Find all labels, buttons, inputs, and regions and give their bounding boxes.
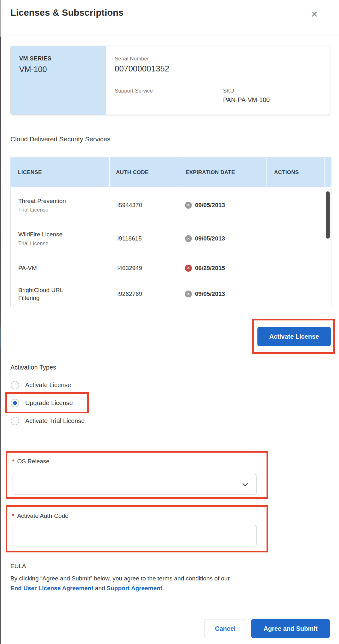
series-label: VM SERIES — [19, 55, 52, 62]
radio-circle[interactable] — [11, 399, 19, 407]
eula-label: EULA — [10, 563, 26, 570]
serial-number-label: Serial Number — [115, 56, 149, 62]
device-series-panel: VM SERIES VM-100 — [11, 46, 106, 115]
radio-option-activate-license[interactable]: Activate License — [11, 381, 71, 389]
expired-status-icon: ✕ — [185, 202, 192, 209]
radio-option-upgrade-license[interactable]: Upgrade License — [11, 399, 73, 407]
table-body: Threat Prevention Trial License I5944370… — [10, 188, 331, 307]
eula-text-before: By clicking “Agree and Submit” below, yo… — [10, 575, 230, 582]
device-summary-card: VM SERIES VM-100 Serial Number 007000001… — [10, 46, 330, 115]
expiration-date: 09/05/2013 — [195, 291, 225, 297]
eula-link-support-agreement[interactable]: Support Agreement — [107, 585, 163, 591]
auth-code-input[interactable] — [13, 525, 257, 546]
radio-circle[interactable] — [11, 417, 19, 425]
radio-option-activate-trial-license[interactable]: Activate Trial License — [11, 417, 85, 425]
table-row: BrightCloud URL Filtering I9262769 ✕ 09/… — [11, 281, 331, 307]
table-row: WildFire License Trial License I9118615 … — [11, 222, 331, 255]
page-edge-strip — [0, 0, 1, 644]
table-header-row: LICENSE AUTH CODE EXPIRATION DATE ACTION… — [10, 157, 331, 187]
field-label-text: Activate Auth-Code — [17, 512, 68, 519]
license-name: BrightCloud URL Filtering — [18, 286, 77, 302]
licenses-subscriptions-dialog: Licenses & Subscriptions ✕ VM SERIES VM-… — [0, 0, 339, 644]
required-asterisk: * — [12, 512, 14, 519]
license-sublabel: Trial License — [18, 207, 110, 213]
radio-circle[interactable] — [11, 381, 19, 389]
chevron-down-icon — [243, 481, 248, 486]
expiration-date: 09/05/2013 — [195, 202, 225, 209]
table-row: PA-VM I4632949 ✕ 06/29/2015 — [11, 255, 331, 281]
license-sublabel: Trial License — [18, 240, 110, 247]
serial-number-value: 007000001352 — [115, 64, 170, 74]
auth-code-field-label: * Activate Auth-Code — [12, 512, 68, 519]
required-asterisk: * — [12, 458, 14, 465]
page-title: Licenses & Subscriptions — [10, 8, 124, 18]
auth-code-value: I5944370 — [110, 202, 180, 209]
auth-code-value: I9118615 — [110, 235, 180, 242]
radio-label: Activate License — [25, 381, 71, 389]
section-title: Cloud Delivered Security Services — [10, 135, 110, 143]
cancel-button[interactable]: Cancel — [204, 619, 246, 638]
activation-types-label: Activation Types — [10, 364, 56, 371]
license-name: PA-VM — [18, 264, 77, 272]
sku-value: PAN-PA-VM-100 — [223, 96, 270, 104]
column-header-license: LICENSE — [10, 157, 109, 187]
support-service-label: Support Service — [115, 88, 153, 94]
os-release-field-label: * OS Release — [12, 458, 49, 465]
column-header-scrollbar-spacer — [325, 157, 331, 187]
expired-status-icon: ✕ — [185, 235, 192, 242]
expiration-date: 06/29/2015 — [195, 265, 225, 272]
expired-status-icon: ✕ — [185, 291, 192, 297]
field-label-text: OS Release — [17, 458, 49, 465]
os-release-select[interactable] — [13, 474, 257, 495]
column-header-auth-code: AUTH CODE — [110, 157, 179, 187]
auth-code-value: I4632949 — [110, 265, 180, 272]
auth-code-value: I9262769 — [110, 291, 180, 297]
eula-text: By clicking “Agree and Submit” below, yo… — [10, 573, 285, 593]
column-header-actions: ACTIONS — [267, 157, 324, 187]
radio-label: Upgrade License — [25, 399, 73, 407]
table-row: Threat Prevention Trial License I5944370… — [11, 188, 331, 222]
table-scrollbar-thumb[interactable] — [326, 191, 330, 239]
expiration-date: 09/05/2013 — [195, 235, 225, 242]
expired-status-icon: ✕ — [185, 265, 192, 272]
eula-text-middle: and — [93, 585, 106, 591]
radio-label: Activate Trial License — [25, 417, 85, 425]
activate-license-button[interactable]: Activate License — [257, 327, 331, 346]
column-header-expiration-date: EXPIRATION DATE — [179, 157, 267, 187]
header-divider — [1, 35, 339, 35]
licenses-table: LICENSE AUTH CODE EXPIRATION DATE ACTION… — [10, 157, 331, 307]
license-name: WildFire License — [18, 230, 77, 238]
close-icon[interactable]: ✕ — [311, 10, 318, 19]
series-value: VM-100 — [19, 65, 47, 74]
eula-text-after: . — [162, 585, 164, 591]
sku-label: SKU — [223, 88, 234, 94]
agree-and-submit-button[interactable]: Agree and Submit — [251, 619, 330, 638]
license-name: Threat Prevention — [18, 197, 77, 205]
eula-link-end-user-license-agreement[interactable]: End User License Agreement — [10, 585, 93, 591]
